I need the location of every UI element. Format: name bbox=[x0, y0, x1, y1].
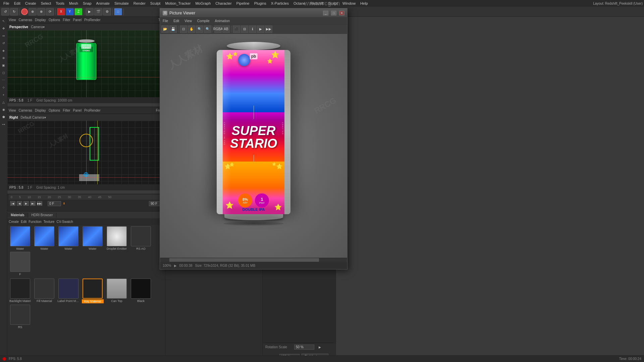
pv-menu-compile[interactable]: Compile bbox=[196, 19, 211, 23]
vp-perspective-menu-cameras[interactable]: Cameras bbox=[19, 18, 33, 22]
sidebar-icon-6[interactable]: ⊕ bbox=[1, 55, 7, 61]
menu-render[interactable]: Render bbox=[131, 1, 148, 6]
pv-tool-hand[interactable]: ✋ bbox=[188, 25, 195, 33]
pv-play-btn[interactable]: ▶ bbox=[174, 264, 177, 267]
pv-tool-play[interactable]: ▶ bbox=[257, 25, 264, 33]
mat-edit[interactable]: Edit bbox=[21, 220, 26, 224]
tl-end[interactable]: ▶▶| bbox=[37, 201, 42, 206]
vp-right-menu-display[interactable]: Display bbox=[35, 109, 46, 112]
mat-function[interactable]: Function bbox=[29, 220, 41, 224]
material-backlight[interactable]: Backlight Materi bbox=[9, 279, 32, 303]
pv-tool-zoom-out[interactable]: 🔍 bbox=[204, 25, 211, 33]
sidebar-icon-move[interactable]: ✥ bbox=[1, 25, 7, 32]
mat-texture[interactable]: Texture bbox=[44, 220, 55, 224]
material-label-point[interactable]: Label Point Mate bbox=[57, 279, 80, 303]
menu-help[interactable]: Help bbox=[358, 1, 370, 6]
sidebar-icon-8[interactable]: ◻ bbox=[1, 70, 7, 76]
toolbar-y[interactable]: Y bbox=[66, 8, 74, 15]
pv-tool-layers[interactable]: ⊟ bbox=[241, 25, 248, 33]
menu-script[interactable]: Script bbox=[326, 1, 340, 6]
menu-simulate[interactable]: Simulate bbox=[112, 1, 131, 6]
vp-perspective-menu-prorender[interactable]: ProRender bbox=[84, 18, 100, 22]
vp-right-menu-options[interactable]: Options bbox=[49, 109, 60, 112]
pv-scrollbar-h[interactable] bbox=[160, 258, 347, 262]
material-key[interactable]: Key Material bbox=[81, 279, 104, 303]
sidebar-icon-rotate[interactable]: ↺ bbox=[1, 40, 7, 46]
menu-animate[interactable]: Animate bbox=[94, 1, 112, 6]
pv-tool-channel[interactable]: RGBA bbox=[214, 25, 222, 33]
toolbar-render[interactable]: 🎬 bbox=[94, 8, 102, 15]
toolbar-render-settings[interactable]: ⚙ bbox=[103, 8, 111, 15]
pv-menu-file[interactable]: File bbox=[161, 19, 169, 23]
toolbar-undo[interactable]: ↺ bbox=[1, 8, 9, 15]
menu-sculpt[interactable]: Sculpt bbox=[148, 1, 163, 6]
sidebar-icon-11[interactable]: ⌖ bbox=[1, 92, 7, 98]
mat-create[interactable]: Create bbox=[9, 220, 19, 224]
prop-rotation-input[interactable] bbox=[294, 345, 314, 350]
menu-redshift[interactable]: Redshift bbox=[308, 1, 325, 6]
pv-tool-zoom-in[interactable]: 🔍 bbox=[196, 25, 203, 33]
toolbar-cube[interactable]: □ bbox=[114, 8, 122, 15]
toolbar-scale[interactable]: ⊗ bbox=[37, 8, 45, 15]
mat-cv-swatch[interactable]: CV-Swatch bbox=[56, 220, 73, 224]
sidebar-icon-10[interactable]: ⊹ bbox=[1, 84, 7, 90]
pv-menu-view[interactable]: View bbox=[183, 19, 193, 23]
pv-scroll-thumb[interactable] bbox=[169, 258, 319, 262]
sidebar-icon-5[interactable]: ◈ bbox=[1, 48, 7, 54]
menu-plugins[interactable]: Plugins bbox=[252, 1, 268, 6]
material-f[interactable]: F bbox=[9, 252, 32, 276]
menu-tools[interactable]: Tools bbox=[54, 1, 66, 6]
material-rsao[interactable]: RS AO bbox=[129, 226, 152, 250]
tl-prev[interactable]: ◀ bbox=[17, 201, 22, 206]
pv-maximize-btn[interactable]: □ bbox=[331, 11, 336, 15]
pv-tool-compare[interactable]: ⬛ bbox=[233, 25, 240, 33]
pv-menu-animation[interactable]: Animation bbox=[214, 19, 231, 23]
material-can-top[interactable]: Can Top bbox=[105, 279, 128, 303]
menu-snap[interactable]: Snap bbox=[81, 1, 94, 6]
pv-minimize-btn[interactable]: _ bbox=[323, 11, 328, 15]
toolbar-redo[interactable]: ↻ bbox=[10, 8, 18, 15]
menu-file[interactable]: File bbox=[1, 1, 11, 6]
menu-pipeline[interactable]: Pipeline bbox=[234, 1, 252, 6]
toolbar-z[interactable]: Z bbox=[74, 8, 83, 15]
vp-perspective-camera[interactable]: Camera▾ bbox=[31, 25, 45, 29]
tab-hdri[interactable]: HDRI Browser bbox=[28, 213, 57, 218]
vp-right-menu-prorender[interactable]: ProRender bbox=[84, 109, 100, 112]
tl-current-frame[interactable]: 0 F bbox=[48, 201, 61, 206]
sidebar-icon-select[interactable]: ↖ bbox=[1, 18, 7, 24]
material-rs[interactable]: RS bbox=[9, 305, 32, 329]
menu-create[interactable]: Create bbox=[23, 1, 38, 6]
menu-window[interactable]: Window bbox=[340, 1, 358, 6]
vp-right-menu-filter[interactable]: Filter bbox=[63, 109, 70, 112]
material-water-2[interactable]: Water bbox=[33, 226, 56, 250]
menu-motion-tracker[interactable]: Motion_Tracker bbox=[163, 1, 193, 6]
pv-tool-save[interactable]: 💾 bbox=[169, 25, 177, 33]
vp-right-camera[interactable]: Default Camera▾ bbox=[21, 116, 46, 119]
menu-octane[interactable]: Octane bbox=[291, 1, 307, 6]
pv-tool-channel2[interactable]: AB bbox=[222, 25, 230, 33]
pv-tool-play2[interactable]: ▶▶ bbox=[265, 25, 272, 33]
pv-close-btn[interactable]: ✕ bbox=[339, 11, 344, 15]
tl-next[interactable]: ▶| bbox=[30, 201, 36, 206]
menu-character[interactable]: Character bbox=[213, 1, 233, 6]
vp-right-canvas[interactable]: RRCG 人人素材 bbox=[7, 121, 165, 184]
sidebar-icon-9[interactable]: ⋯ bbox=[1, 77, 7, 83]
material-fill[interactable]: Fill Material bbox=[33, 279, 56, 303]
vp-right-menu-view[interactable]: View bbox=[9, 109, 16, 112]
tl-start[interactable]: |◀ bbox=[10, 201, 15, 206]
toolbar-new[interactable] bbox=[21, 8, 28, 15]
toolbar-move[interactable]: ⊕ bbox=[29, 8, 37, 15]
material-droplet[interactable]: Droplet Emitter bbox=[105, 226, 128, 250]
material-water-3[interactable]: Water bbox=[57, 226, 80, 250]
material-water-4[interactable]: Water bbox=[81, 226, 104, 250]
toolbar-x[interactable]: X bbox=[57, 8, 65, 15]
vp-perspective-menu-filter[interactable]: Filter bbox=[63, 18, 70, 22]
material-black[interactable]: Black bbox=[129, 279, 152, 303]
material-water-1[interactable]: Water bbox=[9, 226, 32, 250]
sidebar-icon-13[interactable]: ◉ bbox=[1, 107, 7, 113]
toolbar-rotate[interactable]: ⟳ bbox=[46, 8, 54, 15]
vp-perspective-menu-view[interactable]: View bbox=[9, 18, 16, 22]
pv-tool-info[interactable]: ℹ bbox=[249, 25, 256, 33]
vp-right-menu-cameras[interactable]: Cameras bbox=[19, 109, 33, 112]
menu-mesh[interactable]: Mesh bbox=[67, 1, 80, 6]
